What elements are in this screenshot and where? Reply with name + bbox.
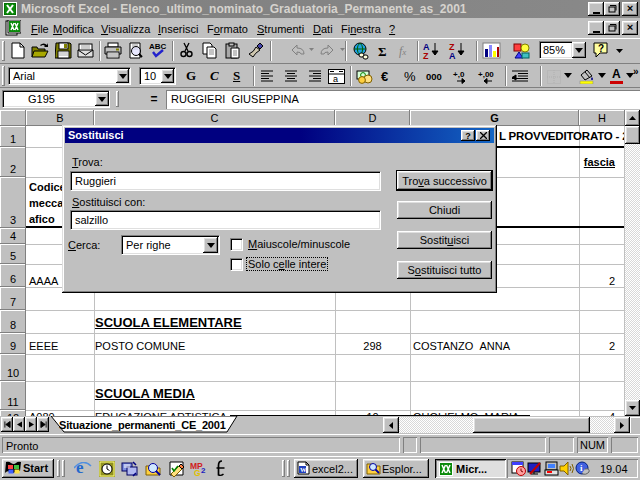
svg-text:a: a	[333, 74, 338, 84]
svg-text:+,0: +,0	[453, 70, 465, 79]
svg-text:Z: Z	[423, 51, 429, 60]
svg-text:A: A	[449, 51, 456, 60]
svg-text:+,00: +,00	[478, 70, 494, 79]
svg-text:2: 2	[201, 466, 206, 475]
svg-text:W: W	[300, 466, 307, 473]
svg-text:ABC: ABC	[149, 42, 167, 51]
svg-text:G: G	[194, 468, 201, 477]
svg-text:?: ?	[598, 43, 604, 54]
